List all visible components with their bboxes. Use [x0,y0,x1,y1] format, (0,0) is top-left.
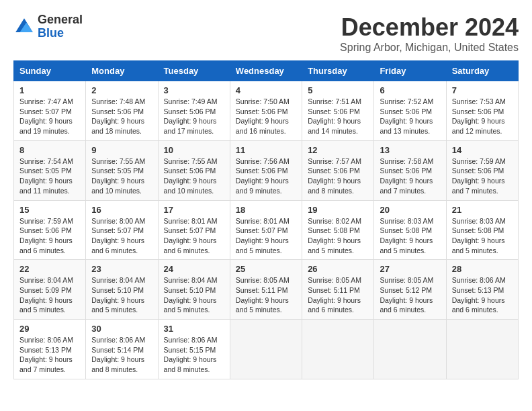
calendar-cell: 7Sunrise: 7:53 AMSunset: 5:06 PMDaylight… [446,81,518,141]
calendar-body: 1Sunrise: 7:47 AMSunset: 5:07 PMDaylight… [14,81,519,379]
calendar-cell: 12Sunrise: 7:57 AMSunset: 5:06 PMDayligh… [302,140,374,200]
day-number: 14 [452,145,513,155]
day-number: 12 [308,145,368,155]
day-detail: Sunrise: 8:05 AMSunset: 5:11 PMDaylight:… [308,275,368,315]
day-number: 17 [164,205,224,215]
day-number: 23 [91,264,152,274]
day-detail: Sunrise: 7:54 AMSunset: 5:05 PMDaylight:… [19,156,80,196]
calendar-cell: 6Sunrise: 7:52 AMSunset: 5:06 PMDaylight… [374,81,446,141]
day-detail: Sunrise: 8:00 AMSunset: 5:07 PMDaylight:… [91,216,152,256]
day-number: 31 [164,324,224,334]
calendar-header-row: SundayMondayTuesdayWednesdayThursdayFrid… [14,61,519,81]
day-number: 26 [308,264,368,274]
day-detail: Sunrise: 7:47 AMSunset: 5:07 PMDaylight:… [19,97,80,136]
calendar-cell: 22Sunrise: 8:04 AMSunset: 5:09 PMDayligh… [14,260,86,320]
day-number: 7 [452,85,513,95]
calendar-cell: 26Sunrise: 8:05 AMSunset: 5:11 PMDayligh… [302,260,374,320]
day-detail: Sunrise: 8:01 AMSunset: 5:07 PMDaylight:… [164,216,224,256]
calendar-week-2: 8Sunrise: 7:54 AMSunset: 5:05 PMDaylight… [14,140,519,200]
day-number: 21 [452,205,513,215]
day-header-friday: Friday [374,61,446,81]
calendar-cell: 11Sunrise: 7:56 AMSunset: 5:06 PMDayligh… [230,140,302,200]
calendar-cell: 19Sunrise: 8:02 AMSunset: 5:08 PMDayligh… [302,200,374,260]
day-detail: Sunrise: 7:52 AMSunset: 5:06 PMDaylight:… [380,97,440,136]
day-number: 1 [19,85,80,95]
day-detail: Sunrise: 7:58 AMSunset: 5:06 PMDaylight:… [380,156,440,196]
day-header-wednesday: Wednesday [230,61,302,81]
day-detail: Sunrise: 8:06 AMSunset: 5:13 PMDaylight:… [452,275,513,315]
calendar-cell: 9Sunrise: 7:55 AMSunset: 5:05 PMDaylight… [86,140,158,200]
day-number: 22 [19,264,80,274]
calendar-week-1: 1Sunrise: 7:47 AMSunset: 5:07 PMDaylight… [14,81,519,141]
calendar-cell: 3Sunrise: 7:49 AMSunset: 5:06 PMDaylight… [158,81,230,141]
day-number: 20 [380,205,440,215]
day-detail: Sunrise: 7:59 AMSunset: 5:06 PMDaylight:… [452,156,513,196]
day-number: 13 [380,145,440,155]
calendar-title: December 2024 [340,13,519,42]
calendar-cell: 15Sunrise: 7:59 AMSunset: 5:06 PMDayligh… [14,200,86,260]
day-detail: Sunrise: 8:06 AMSunset: 5:13 PMDaylight:… [19,335,80,375]
day-number: 30 [91,324,152,334]
calendar-cell: 25Sunrise: 8:05 AMSunset: 5:11 PMDayligh… [230,260,302,320]
calendar-cell [374,320,446,379]
logo-text: General Blue [38,13,83,40]
day-number: 2 [91,85,152,95]
day-number: 5 [308,85,368,95]
day-number: 6 [380,85,440,95]
day-detail: Sunrise: 7:49 AMSunset: 5:06 PMDaylight:… [164,97,224,136]
calendar-cell [446,320,518,379]
day-number: 27 [380,264,440,274]
day-number: 10 [164,145,224,155]
calendar-cell: 4Sunrise: 7:50 AMSunset: 5:06 PMDaylight… [230,81,302,141]
day-number: 24 [164,264,224,274]
day-detail: Sunrise: 8:03 AMSunset: 5:08 PMDaylight:… [380,216,440,256]
day-detail: Sunrise: 8:06 AMSunset: 5:14 PMDaylight:… [91,335,152,375]
calendar-cell: 10Sunrise: 7:55 AMSunset: 5:06 PMDayligh… [158,140,230,200]
day-header-thursday: Thursday [302,61,374,81]
day-header-monday: Monday [86,61,158,81]
logo: General Blue [13,13,83,40]
day-header-saturday: Saturday [446,61,518,81]
day-detail: Sunrise: 7:50 AMSunset: 5:06 PMDaylight:… [236,97,296,136]
calendar-cell [302,320,374,379]
day-number: 19 [308,205,368,215]
day-number: 29 [19,324,80,334]
day-detail: Sunrise: 7:57 AMSunset: 5:06 PMDaylight:… [308,156,368,196]
day-detail: Sunrise: 8:04 AMSunset: 5:10 PMDaylight:… [91,275,152,315]
logo-icon [13,16,35,38]
calendar-table: SundayMondayTuesdayWednesdayThursdayFrid… [13,60,519,379]
calendar-cell: 5Sunrise: 7:51 AMSunset: 5:06 PMDaylight… [302,81,374,141]
day-number: 18 [236,205,296,215]
day-detail: Sunrise: 7:55 AMSunset: 5:06 PMDaylight:… [164,156,224,196]
title-block: December 2024 Spring Arbor, Michigan, Un… [340,13,519,54]
calendar-cell: 14Sunrise: 7:59 AMSunset: 5:06 PMDayligh… [446,140,518,200]
calendar-cell: 24Sunrise: 8:04 AMSunset: 5:10 PMDayligh… [158,260,230,320]
page-header: General Blue December 2024 Spring Arbor,… [13,13,519,54]
calendar-cell: 29Sunrise: 8:06 AMSunset: 5:13 PMDayligh… [14,320,86,379]
day-detail: Sunrise: 7:51 AMSunset: 5:06 PMDaylight:… [308,97,368,136]
day-number: 9 [91,145,152,155]
day-number: 25 [236,264,296,274]
calendar-week-4: 22Sunrise: 8:04 AMSunset: 5:09 PMDayligh… [14,260,519,320]
calendar-cell: 27Sunrise: 8:05 AMSunset: 5:12 PMDayligh… [374,260,446,320]
calendar-cell: 17Sunrise: 8:01 AMSunset: 5:07 PMDayligh… [158,200,230,260]
calendar-week-3: 15Sunrise: 7:59 AMSunset: 5:06 PMDayligh… [14,200,519,260]
day-detail: Sunrise: 8:01 AMSunset: 5:07 PMDaylight:… [236,216,296,256]
calendar-cell: 20Sunrise: 8:03 AMSunset: 5:08 PMDayligh… [374,200,446,260]
day-detail: Sunrise: 8:06 AMSunset: 5:15 PMDaylight:… [164,335,224,375]
day-detail: Sunrise: 7:56 AMSunset: 5:06 PMDaylight:… [236,156,296,196]
day-detail: Sunrise: 7:55 AMSunset: 5:05 PMDaylight:… [91,156,152,196]
calendar-subtitle: Spring Arbor, Michigan, United States [340,42,519,54]
day-detail: Sunrise: 8:02 AMSunset: 5:08 PMDaylight:… [308,216,368,256]
calendar-week-5: 29Sunrise: 8:06 AMSunset: 5:13 PMDayligh… [14,320,519,379]
day-header-sunday: Sunday [14,61,86,81]
day-detail: Sunrise: 8:04 AMSunset: 5:09 PMDaylight:… [19,275,80,315]
day-number: 15 [19,205,80,215]
day-detail: Sunrise: 8:04 AMSunset: 5:10 PMDaylight:… [164,275,224,315]
calendar-cell: 8Sunrise: 7:54 AMSunset: 5:05 PMDaylight… [14,140,86,200]
day-number: 4 [236,85,296,95]
calendar-cell [230,320,302,379]
calendar-cell: 2Sunrise: 7:48 AMSunset: 5:06 PMDaylight… [86,81,158,141]
calendar-cell: 28Sunrise: 8:06 AMSunset: 5:13 PMDayligh… [446,260,518,320]
calendar-cell: 16Sunrise: 8:00 AMSunset: 5:07 PMDayligh… [86,200,158,260]
